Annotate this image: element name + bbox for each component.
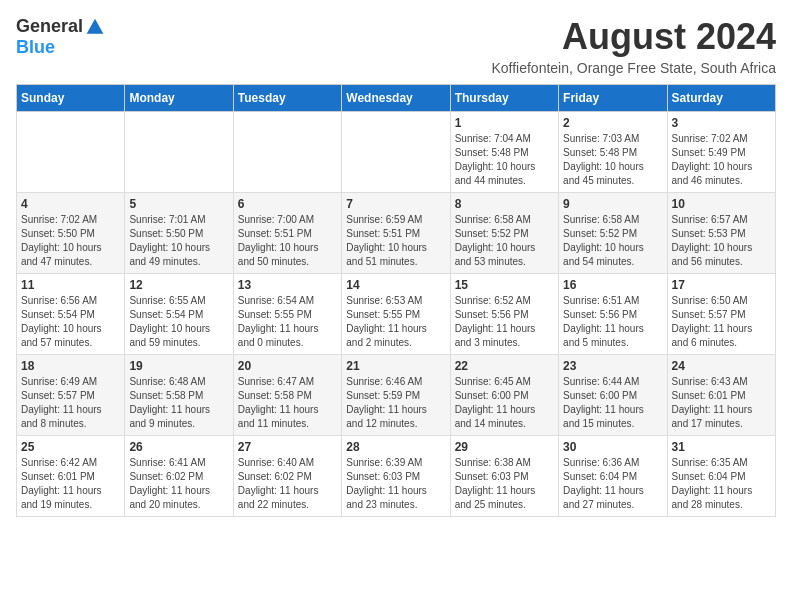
day-info: Sunrise: 6:49 AMSunset: 5:57 PMDaylight:… [21,375,120,431]
calendar-cell: 2Sunrise: 7:03 AMSunset: 5:48 PMDaylight… [559,112,667,193]
calendar-cell: 23Sunrise: 6:44 AMSunset: 6:00 PMDayligh… [559,355,667,436]
day-info: Sunrise: 6:41 AMSunset: 6:02 PMDaylight:… [129,456,228,512]
day-info: Sunrise: 6:39 AMSunset: 6:03 PMDaylight:… [346,456,445,512]
day-info: Sunrise: 6:55 AMSunset: 5:54 PMDaylight:… [129,294,228,350]
calendar-cell [125,112,233,193]
calendar-week-4: 18Sunrise: 6:49 AMSunset: 5:57 PMDayligh… [17,355,776,436]
day-info: Sunrise: 6:35 AMSunset: 6:04 PMDaylight:… [672,456,771,512]
day-info: Sunrise: 6:47 AMSunset: 5:58 PMDaylight:… [238,375,337,431]
day-number: 14 [346,278,445,292]
calendar-cell: 21Sunrise: 6:46 AMSunset: 5:59 PMDayligh… [342,355,450,436]
calendar-cell: 6Sunrise: 7:00 AMSunset: 5:51 PMDaylight… [233,193,341,274]
day-number: 8 [455,197,554,211]
calendar-cell: 24Sunrise: 6:43 AMSunset: 6:01 PMDayligh… [667,355,775,436]
calendar-week-3: 11Sunrise: 6:56 AMSunset: 5:54 PMDayligh… [17,274,776,355]
day-header-wednesday: Wednesday [342,85,450,112]
day-number: 6 [238,197,337,211]
day-number: 19 [129,359,228,373]
logo: General Blue [16,16,105,58]
day-number: 17 [672,278,771,292]
calendar-cell: 14Sunrise: 6:53 AMSunset: 5:55 PMDayligh… [342,274,450,355]
day-info: Sunrise: 6:57 AMSunset: 5:53 PMDaylight:… [672,213,771,269]
calendar-cell: 7Sunrise: 6:59 AMSunset: 5:51 PMDaylight… [342,193,450,274]
calendar-cell: 8Sunrise: 6:58 AMSunset: 5:52 PMDaylight… [450,193,558,274]
page-title: August 2024 [491,16,776,58]
day-number: 10 [672,197,771,211]
day-number: 30 [563,440,662,454]
calendar-cell: 3Sunrise: 7:02 AMSunset: 5:49 PMDaylight… [667,112,775,193]
calendar-cell: 20Sunrise: 6:47 AMSunset: 5:58 PMDayligh… [233,355,341,436]
day-number: 21 [346,359,445,373]
day-info: Sunrise: 7:02 AMSunset: 5:49 PMDaylight:… [672,132,771,188]
day-number: 9 [563,197,662,211]
day-number: 24 [672,359,771,373]
day-info: Sunrise: 6:42 AMSunset: 6:01 PMDaylight:… [21,456,120,512]
day-number: 2 [563,116,662,130]
day-info: Sunrise: 7:04 AMSunset: 5:48 PMDaylight:… [455,132,554,188]
day-info: Sunrise: 6:40 AMSunset: 6:02 PMDaylight:… [238,456,337,512]
day-info: Sunrise: 7:01 AMSunset: 5:50 PMDaylight:… [129,213,228,269]
day-number: 1 [455,116,554,130]
day-info: Sunrise: 6:54 AMSunset: 5:55 PMDaylight:… [238,294,337,350]
day-info: Sunrise: 6:38 AMSunset: 6:03 PMDaylight:… [455,456,554,512]
day-number: 15 [455,278,554,292]
day-info: Sunrise: 6:50 AMSunset: 5:57 PMDaylight:… [672,294,771,350]
day-number: 13 [238,278,337,292]
calendar-cell: 17Sunrise: 6:50 AMSunset: 5:57 PMDayligh… [667,274,775,355]
day-number: 20 [238,359,337,373]
calendar-cell: 1Sunrise: 7:04 AMSunset: 5:48 PMDaylight… [450,112,558,193]
calendar-cell: 18Sunrise: 6:49 AMSunset: 5:57 PMDayligh… [17,355,125,436]
day-number: 5 [129,197,228,211]
title-section: August 2024 Koffiefontein, Orange Free S… [491,16,776,76]
page-subtitle: Koffiefontein, Orange Free State, South … [491,60,776,76]
calendar-cell: 27Sunrise: 6:40 AMSunset: 6:02 PMDayligh… [233,436,341,517]
calendar-cell [342,112,450,193]
calendar-cell: 31Sunrise: 6:35 AMSunset: 6:04 PMDayligh… [667,436,775,517]
day-info: Sunrise: 6:58 AMSunset: 5:52 PMDaylight:… [563,213,662,269]
calendar-cell: 11Sunrise: 6:56 AMSunset: 5:54 PMDayligh… [17,274,125,355]
calendar-cell: 9Sunrise: 6:58 AMSunset: 5:52 PMDaylight… [559,193,667,274]
day-number: 22 [455,359,554,373]
day-info: Sunrise: 6:36 AMSunset: 6:04 PMDaylight:… [563,456,662,512]
day-number: 31 [672,440,771,454]
day-info: Sunrise: 6:56 AMSunset: 5:54 PMDaylight:… [21,294,120,350]
logo-blue-text: Blue [16,37,55,58]
svg-marker-0 [87,18,104,33]
calendar-cell [17,112,125,193]
page-header: General Blue August 2024 Koffiefontein, … [16,16,776,76]
day-header-monday: Monday [125,85,233,112]
calendar-cell: 12Sunrise: 6:55 AMSunset: 5:54 PMDayligh… [125,274,233,355]
logo-icon [85,17,105,37]
calendar-cell: 22Sunrise: 6:45 AMSunset: 6:00 PMDayligh… [450,355,558,436]
day-info: Sunrise: 6:58 AMSunset: 5:52 PMDaylight:… [455,213,554,269]
day-number: 7 [346,197,445,211]
day-header-friday: Friday [559,85,667,112]
day-info: Sunrise: 6:46 AMSunset: 5:59 PMDaylight:… [346,375,445,431]
day-header-sunday: Sunday [17,85,125,112]
day-header-saturday: Saturday [667,85,775,112]
day-info: Sunrise: 6:43 AMSunset: 6:01 PMDaylight:… [672,375,771,431]
day-info: Sunrise: 6:45 AMSunset: 6:00 PMDaylight:… [455,375,554,431]
day-number: 4 [21,197,120,211]
day-number: 27 [238,440,337,454]
calendar-cell: 4Sunrise: 7:02 AMSunset: 5:50 PMDaylight… [17,193,125,274]
day-header-thursday: Thursday [450,85,558,112]
day-info: Sunrise: 6:48 AMSunset: 5:58 PMDaylight:… [129,375,228,431]
logo-general-text: General [16,16,83,37]
calendar-week-1: 1Sunrise: 7:04 AMSunset: 5:48 PMDaylight… [17,112,776,193]
calendar-cell: 13Sunrise: 6:54 AMSunset: 5:55 PMDayligh… [233,274,341,355]
day-info: Sunrise: 6:52 AMSunset: 5:56 PMDaylight:… [455,294,554,350]
calendar-week-5: 25Sunrise: 6:42 AMSunset: 6:01 PMDayligh… [17,436,776,517]
day-number: 18 [21,359,120,373]
day-number: 11 [21,278,120,292]
day-info: Sunrise: 6:59 AMSunset: 5:51 PMDaylight:… [346,213,445,269]
day-number: 12 [129,278,228,292]
day-info: Sunrise: 6:53 AMSunset: 5:55 PMDaylight:… [346,294,445,350]
day-info: Sunrise: 7:02 AMSunset: 5:50 PMDaylight:… [21,213,120,269]
calendar-cell: 10Sunrise: 6:57 AMSunset: 5:53 PMDayligh… [667,193,775,274]
calendar-cell: 29Sunrise: 6:38 AMSunset: 6:03 PMDayligh… [450,436,558,517]
day-number: 26 [129,440,228,454]
day-number: 3 [672,116,771,130]
calendar-table: SundayMondayTuesdayWednesdayThursdayFrid… [16,84,776,517]
calendar-cell: 25Sunrise: 6:42 AMSunset: 6:01 PMDayligh… [17,436,125,517]
